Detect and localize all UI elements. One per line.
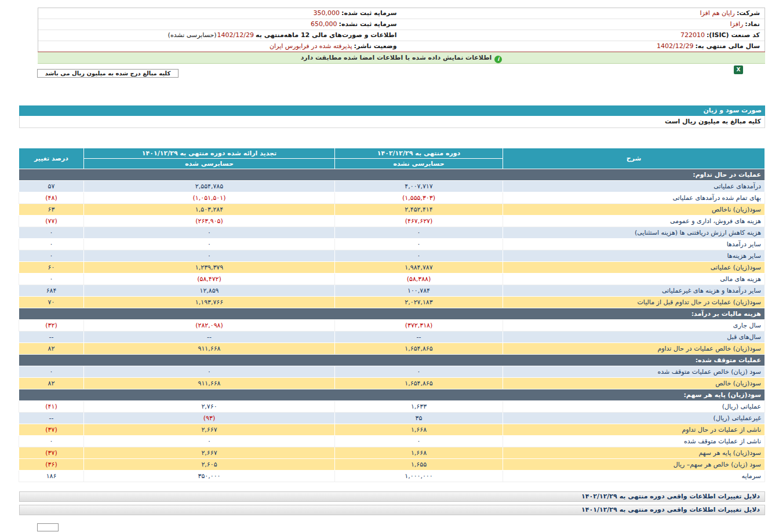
report-period-cell: اطلاعات و صورت‌های مالی 12 ماهه‌منتهی به… (38, 30, 402, 41)
current-period-value: -- (335, 331, 503, 343)
statement-title-bar: صورت سود و زیان (19, 105, 765, 116)
prior-period-value: ۹۱۱,۶۶۸ (84, 378, 335, 389)
info-icon: i (494, 56, 502, 63)
statement-row: عملیاتی (ریال)۱,۶۳۳۲,۷۶۰(۴۱) (19, 401, 765, 413)
change-percent-value: ۸۲ (19, 378, 84, 389)
change-percent-value: -- (19, 413, 84, 424)
company-info-table: شرکت:رایان هم افزا سرمایه ثبت شده:350,00… (38, 8, 765, 53)
current-period-value: ۲,۴۵۲,۴۱۴ (335, 204, 503, 216)
signed-banner-text: اطلاعات نمایش داده شده با اطلاعات امضا ش… (301, 54, 492, 61)
section-header-label: سود(زیان) پایه هر سهم: (19, 389, 765, 401)
statement-row: سال‌های قبل------ (19, 331, 765, 343)
current-period-value: ۰ (335, 366, 503, 378)
current-period-value: ۱,۶۶۸ (335, 447, 503, 459)
prior-period-value: ۲,۵۵۴,۷۸۵ (84, 181, 335, 192)
company-label: شرکت: (737, 9, 760, 17)
current-period-value: ۴,۰۰۷,۷۱۷ (335, 181, 503, 192)
statement-row: سود(زیان) ناخالص۲,۴۵۲,۴۱۴۱,۵۰۳,۲۸۴۶۳ (19, 204, 765, 216)
unregistered-capital-cell: سرمایه ثبت نشده:650,000 (38, 19, 402, 30)
statement-row: سایر درآمدها۰۰۰ (19, 239, 765, 250)
prior-period-value: (۲۸۲,۰۹۸) (84, 320, 335, 331)
current-period-value: (۴۶۷,۶۲۷) (335, 216, 503, 227)
prior-period-value: ۲,۷۶۰ (84, 401, 335, 413)
row-label: ناشی از عملیات متوقف شده (503, 436, 765, 447)
statement-row: سود(زیان) خالص۱,۶۵۴,۸۶۵۹۱۱,۶۶۸۸۲ (19, 378, 765, 389)
statement-row: سرمایه۱,۰۰۰,۰۰۰۳۵۰,۰۰۰۱۸۶ (19, 471, 765, 482)
current-period-value: ۱,۶۵۵ (335, 459, 503, 471)
section-header-row: عملیات متوقف شده: (19, 355, 765, 366)
statement-row: سال جاری(۳۷۲,۳۱۸)(۲۸۲,۰۹۸)(۳۲) (19, 320, 765, 331)
row-label: سال‌های قبل (503, 331, 765, 343)
statement-body: عملیات در حال تداوم:درآمدهای عملیاتی۴,۰۰… (19, 169, 765, 482)
statement-row: سایر درآمدها و هزینه های غیرعملیاتی۱۰۰,۷… (19, 285, 765, 297)
footer-dropdown[interactable] (37, 523, 59, 531)
current-period-value: (۳۷۲,۳۱۸) (335, 320, 503, 331)
report-period-suffix: (حسابرسی نشده) (168, 31, 217, 39)
change-percent-value: ۰ (19, 239, 84, 250)
prior-period-value: ۱,۲۳۹,۳۷۹ (84, 262, 335, 274)
isic-cell: کد صنعت (ISIC):722010 (402, 30, 765, 41)
current-period-value: ۰ (335, 227, 503, 239)
fiscal-year-label: سال مالی منتهی به: (695, 42, 760, 50)
row-label: سود(زیان) خالص (503, 378, 765, 389)
current-period-value: ۳۵ (335, 413, 503, 424)
change-percent-value: ۰ (19, 436, 84, 447)
current-period-value: ۱,۶۳۳ (335, 401, 503, 413)
company-cell: شرکت:رایان هم افزا (402, 8, 765, 19)
current-period-value: ۱,۹۸۴,۷۸۷ (335, 262, 503, 274)
row-label: سرمایه (503, 471, 765, 482)
prior-period-value: ۲,۶۰۵ (84, 459, 335, 471)
current-period-value: ۰ (335, 436, 503, 447)
change-percent-value: (۳۶) (19, 459, 84, 471)
statement-row: سود(زیان) عملیاتی۱,۹۸۴,۷۸۷۱,۲۳۹,۳۷۹۶۰ (19, 262, 765, 274)
col-header-change-percent: درصد تغییر (19, 148, 84, 169)
section-header-label: عملیات متوقف شده: (19, 355, 765, 366)
change-percent-value: (۴۸) (19, 192, 84, 204)
excel-export-icon[interactable]: X (734, 65, 743, 74)
unregistered-capital-label: سرمایه ثبت نشده: (339, 20, 397, 28)
section-header-row: عملیات در حال تداوم: (19, 169, 765, 181)
row-label: سود(زیان) خالص عملیات در حال تداوم (503, 343, 765, 355)
change-percent-value: ۶۸۴ (19, 285, 84, 297)
statement-row: سود (زیان) خالص عملیات متوقف شده۰۰۰ (19, 366, 765, 378)
info-row-1: شرکت:رایان هم افزا سرمایه ثبت شده:350,00… (38, 8, 765, 19)
current-period-value: ۱,۶۵۴,۸۶۵ (335, 343, 503, 355)
change-reasons-1402-bar[interactable]: دلایل تغییرات اطلاعات واقعی دوره منتهی ب… (19, 491, 765, 502)
col-header-prior-period: تجدید ارائه شده دوره منتهی به ۱۴۰۱/۱۲/۲۹ (84, 148, 335, 159)
change-percent-value: (۳۷) (19, 447, 84, 459)
row-label: ناشی از عملیات در حال تداوم (503, 424, 765, 436)
current-period-value: ۲,۰۲۷,۱۸۳ (335, 297, 503, 308)
statement-header: شرح دوره منتهی به ۱۴۰۲/۱۲/۲۹ تجدید ارائه… (19, 148, 765, 169)
statement-row: ناشی از عملیات در حال تداوم۱,۶۶۸۲,۶۶۷(۳۷… (19, 424, 765, 436)
page: شرکت:رایان هم افزا سرمایه ثبت شده:350,00… (0, 0, 779, 532)
registered-capital-cell: سرمایه ثبت شده:350,000 (38, 8, 402, 19)
prior-period-value: ۰ (84, 239, 335, 250)
change-percent-value: -- (19, 331, 84, 343)
row-label: سود(زیان) پایه هر سهم (503, 447, 765, 459)
row-label: غیرعملیاتی (ریال) (503, 413, 765, 424)
symbol-label: نماد: (745, 20, 760, 28)
section-header-row: هزینه مالیات بر درآمد: (19, 308, 765, 320)
change-percent-value: ۰ (19, 227, 84, 239)
symbol-cell: نماد:رافزا (402, 19, 765, 30)
row-label: سود (زیان) خالص هر سهم– ریال (503, 459, 765, 471)
registered-capital-value: 350,000 (314, 9, 340, 17)
statement-row: هزینه کاهش ارزش دریافتنی ها (هزینه استثن… (19, 227, 765, 239)
change-percent-value: (۷۷) (19, 216, 84, 227)
row-label: درآمدهای عملیاتی (503, 181, 765, 192)
section-header-label: هزینه مالیات بر درآمد: (19, 308, 765, 320)
current-period-value: (۵۸,۳۸۸) (335, 274, 503, 285)
current-period-value: (۱,۵۵۵,۳۰۳) (335, 192, 503, 204)
statement-row: غیرعملیاتی (ریال)۳۵(۹۳)-- (19, 413, 765, 424)
change-percent-value: ۶۰ (19, 262, 84, 274)
col-header-description: شرح (503, 148, 765, 169)
issuer-status-cell: وضعیت ناشر:پذیرفته شده در فرابورس ایران (38, 41, 402, 52)
change-reasons-1401-bar[interactable]: دلایل تغییرات اطلاعات واقعی دوره منتهی ب… (19, 505, 765, 515)
info-row-4: سال مالی منتهی به:1402/12/29 وضعیت ناشر:… (38, 41, 765, 52)
change-percent-value: (۳۲) (19, 320, 84, 331)
registered-capital-label: سرمایه ثبت شده: (341, 9, 396, 17)
row-label: سال جاری (503, 320, 765, 331)
current-period-value: ۱,۶۶۸ (335, 424, 503, 436)
row-label: عملیاتی (ریال) (503, 401, 765, 413)
current-period-value: ۱,۰۰۰,۰۰۰ (335, 471, 503, 482)
